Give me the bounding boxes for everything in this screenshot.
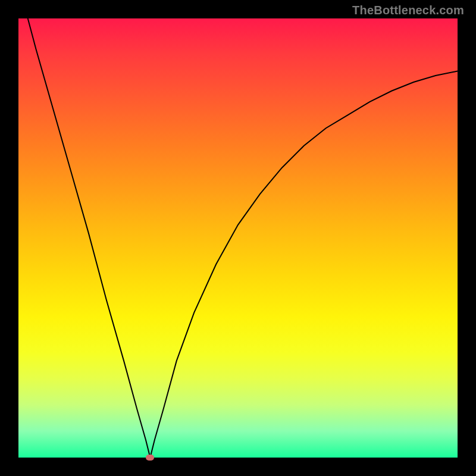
chart-frame: TheBottleneck.com bbox=[0, 0, 476, 476]
curve-svg bbox=[18, 18, 458, 458]
plot-area bbox=[18, 18, 458, 458]
watermark-text: TheBottleneck.com bbox=[352, 4, 464, 17]
bottleneck-curve bbox=[18, 18, 458, 458]
optimal-marker bbox=[146, 455, 154, 461]
